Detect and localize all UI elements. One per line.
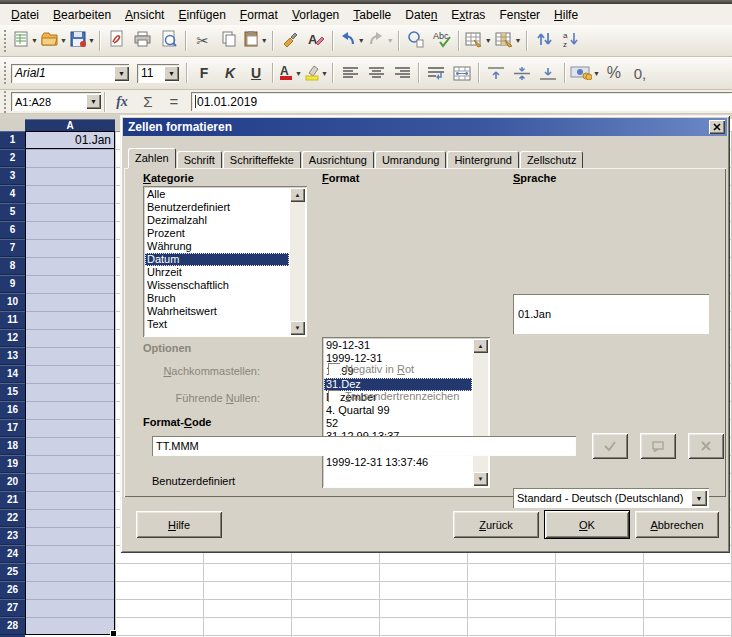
- row-header[interactable]: 19: [0, 455, 25, 473]
- scroll-down-icon[interactable]: ▼: [290, 321, 305, 335]
- open-button[interactable]: ▼: [39, 29, 68, 53]
- category-option[interactable]: Wahrheitswert: [145, 305, 289, 318]
- export-pdf-button[interactable]: [104, 29, 130, 53]
- dialog-tab[interactable]: Ausrichtung: [302, 151, 374, 168]
- character-format-button[interactable]: A: [303, 29, 329, 53]
- scroll-up-icon[interactable]: ▲: [473, 339, 488, 353]
- category-option[interactable]: Uhrzeit: [145, 266, 289, 279]
- row-header[interactable]: 22: [0, 509, 25, 527]
- merge-cells-button[interactable]: [449, 61, 475, 85]
- row-header[interactable]: 13: [0, 347, 25, 365]
- align-top-button[interactable]: [483, 61, 509, 85]
- row-header[interactable]: 2: [0, 149, 25, 167]
- toolbar-gripper[interactable]: [3, 62, 8, 84]
- category-option[interactable]: Prozent: [145, 227, 289, 240]
- category-option[interactable]: Benutzerdefiniert: [145, 201, 289, 214]
- category-listbox[interactable]: ▲ ▼ AlleBenutzerdefiniertDezimalzahlProz…: [143, 186, 307, 337]
- dialog-close-button[interactable]: [709, 120, 725, 134]
- thousands-checkbox[interactable]: [328, 390, 340, 402]
- category-scrollbar[interactable]: ▲ ▼: [290, 188, 305, 335]
- scroll-down-icon[interactable]: ▼: [473, 472, 488, 486]
- category-option[interactable]: Währung: [145, 240, 289, 253]
- font-name-combobox[interactable]: Arial1 ▼: [11, 64, 129, 83]
- selected-range-a1-a28[interactable]: 01.Jan: [25, 131, 115, 635]
- function-wizard-button[interactable]: fx: [109, 90, 135, 114]
- paste-button[interactable]: ▼: [242, 29, 269, 53]
- format-option[interactable]: 1999-12-31 13:37:46: [324, 456, 472, 469]
- menu-item[interactable]: Daten: [398, 6, 444, 24]
- insert-row-button[interactable]: ▼: [463, 29, 493, 53]
- formula-input[interactable]: 01.01.2019: [191, 92, 732, 111]
- menu-item[interactable]: Ansicht: [118, 6, 171, 24]
- dropdown-arrow-icon[interactable]: ▼: [691, 490, 707, 506]
- row-header[interactable]: 25: [0, 563, 25, 581]
- back-button[interactable]: Zurück: [453, 511, 539, 538]
- row-header[interactable]: 16: [0, 401, 25, 419]
- sort-ascending-button[interactable]: az: [557, 29, 583, 53]
- category-option[interactable]: Dezimalzahl: [145, 214, 289, 227]
- format-option[interactable]: 52: [324, 417, 472, 430]
- fill-handle[interactable]: [110, 630, 117, 637]
- align-center-button[interactable]: [363, 61, 389, 85]
- dropdown-arrow-icon[interactable]: ▼: [86, 94, 101, 109]
- ok-button[interactable]: OK: [545, 511, 629, 538]
- dialog-tab[interactable]: Hintergrund: [447, 151, 518, 168]
- align-bottom-button[interactable]: [535, 61, 561, 85]
- row-header[interactable]: 23: [0, 527, 25, 545]
- row-header[interactable]: 18: [0, 437, 25, 455]
- row-header[interactable]: 1: [0, 131, 25, 149]
- column-header-a[interactable]: A: [25, 119, 115, 131]
- row-header[interactable]: 4: [0, 185, 25, 203]
- scroll-up-icon[interactable]: ▲: [290, 188, 305, 202]
- edit-comment-button[interactable]: [640, 433, 676, 459]
- sum-button[interactable]: Σ: [135, 90, 161, 114]
- dialog-tab[interactable]: Schrift: [177, 151, 222, 168]
- row-header[interactable]: 9: [0, 275, 25, 293]
- category-option[interactable]: Wissenschaftlich: [145, 279, 289, 292]
- row-header[interactable]: 17: [0, 419, 25, 437]
- menu-item[interactable]: Einfügen: [171, 6, 232, 24]
- find-replace-button[interactable]: [403, 29, 429, 53]
- align-left-button[interactable]: [337, 61, 363, 85]
- row-header[interactable]: 14: [0, 365, 25, 383]
- insert-column-button[interactable]: ▼: [493, 29, 523, 53]
- row-header[interactable]: 15: [0, 383, 25, 401]
- format-option[interactable]: 99-12-31: [324, 339, 472, 352]
- italic-button[interactable]: K: [217, 61, 243, 85]
- category-option[interactable]: Text: [145, 318, 289, 331]
- row-header[interactable]: 5: [0, 203, 25, 221]
- dialog-titlebar[interactable]: Zellen formatieren: [123, 118, 727, 136]
- row-header[interactable]: 3: [0, 167, 25, 185]
- print-preview-button[interactable]: [156, 29, 182, 53]
- currency-format-button[interactable]: ▼: [569, 61, 601, 85]
- row-header[interactable]: 21: [0, 491, 25, 509]
- row-header[interactable]: 11: [0, 311, 25, 329]
- sort-button[interactable]: [531, 29, 557, 53]
- highlight-color-button[interactable]: ▼: [303, 61, 329, 85]
- row-header[interactable]: 10: [0, 293, 25, 311]
- menu-item[interactable]: Extras: [444, 6, 492, 24]
- category-option[interactable]: Alle: [145, 188, 289, 201]
- copy-button[interactable]: [216, 29, 242, 53]
- apply-format-button[interactable]: [592, 433, 628, 459]
- font-size-combobox[interactable]: 11 ▼: [137, 64, 179, 83]
- help-button[interactable]: Hilfe: [136, 511, 222, 538]
- new-document-button[interactable]: ▼: [11, 29, 39, 53]
- dialog-tab[interactable]: Zahlen: [128, 148, 176, 168]
- row-header[interactable]: 8: [0, 257, 25, 275]
- row-header[interactable]: 24: [0, 545, 25, 563]
- underline-button[interactable]: U: [243, 61, 269, 85]
- bold-button[interactable]: F: [191, 61, 217, 85]
- menu-item[interactable]: Fenster: [492, 6, 547, 24]
- cancel-button[interactable]: Abbrechen: [635, 511, 719, 538]
- align-right-button[interactable]: [389, 61, 415, 85]
- spellcheck-button[interactable]: Abc: [429, 29, 455, 53]
- format-scrollbar[interactable]: ▲ ▼: [473, 339, 488, 486]
- delete-format-button[interactable]: [688, 433, 724, 459]
- cut-button[interactable]: ✂: [190, 29, 216, 53]
- menu-item[interactable]: Tabelle: [346, 6, 398, 24]
- row-header[interactable]: 7: [0, 239, 25, 257]
- menu-item[interactable]: Vorlagen: [285, 6, 346, 24]
- dropdown-arrow-icon[interactable]: ▼: [114, 66, 129, 81]
- save-button[interactable]: ▼: [68, 29, 96, 53]
